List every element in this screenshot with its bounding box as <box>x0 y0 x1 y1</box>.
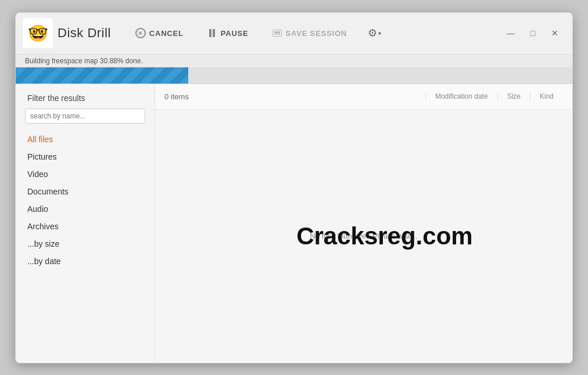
col-kind: Kind <box>530 92 563 100</box>
app-title: Disk Drill <box>58 26 111 41</box>
maximize-button[interactable]: □ <box>522 23 543 44</box>
progress-text: Building freespace map 30.88% done. <box>16 55 572 67</box>
sidebar-item-audio[interactable]: Audio <box>16 200 155 218</box>
main-content: Filter the results All files Pictures Vi… <box>16 84 572 363</box>
items-count: 0 items <box>164 92 211 101</box>
cancel-button[interactable]: ✕ CANCEL <box>125 23 194 43</box>
gear-icon: ⚙ <box>368 27 377 39</box>
settings-button[interactable]: ⚙ ▾ <box>362 22 387 44</box>
sidebar-item-archives[interactable]: Archives <box>16 218 155 235</box>
sidebar-item-all-files[interactable]: All files <box>16 131 155 148</box>
chevron-down-icon: ▾ <box>378 30 381 37</box>
no-files-message: No files found yet. Please wait... <box>310 232 418 240</box>
cancel-icon: ✕ <box>135 28 146 38</box>
sidebar-item-by-size[interactable]: ...by size <box>16 235 155 253</box>
app-logo-icon: 🤓 <box>23 18 53 48</box>
results-body-wrapper: No files found yet. Please wait... Crack… <box>155 110 572 363</box>
save-icon <box>272 28 282 38</box>
titlebar-actions: ✕ CANCEL PAUSE <box>125 22 500 44</box>
filter-title: Filter the results <box>16 93 155 109</box>
save-session-button[interactable]: SAVE SESSION <box>261 23 357 43</box>
app-window: 🤓 Disk Drill ✕ CANCEL PAUSE <box>15 12 573 363</box>
sidebar-item-video[interactable]: Video <box>16 165 155 183</box>
close-button[interactable]: ✕ <box>544 23 565 44</box>
col-modification-date: Modification date <box>425 92 497 100</box>
results-area: 0 items Modification date Size Kind No f… <box>155 84 572 363</box>
sidebar-item-by-date[interactable]: ...by date <box>16 253 155 270</box>
search-input[interactable] <box>25 109 145 124</box>
sidebar-item-documents[interactable]: Documents <box>16 183 155 200</box>
minimize-button[interactable]: — <box>500 23 521 44</box>
progress-bar-fill <box>16 67 188 84</box>
app-logo: 🤓 Disk Drill <box>23 18 111 48</box>
sidebar: Filter the results All files Pictures Vi… <box>16 84 155 363</box>
col-size: Size <box>497 92 530 100</box>
progress-bar-container <box>16 67 572 84</box>
sidebar-item-pictures[interactable]: Pictures <box>16 148 155 165</box>
search-input-wrap <box>16 109 155 131</box>
progress-area: Building freespace map 30.88% done. <box>16 55 572 84</box>
titlebar: 🤓 Disk Drill ✕ CANCEL PAUSE <box>16 13 572 55</box>
logo-emoji: 🤓 <box>28 24 48 43</box>
column-headers: Modification date Size Kind <box>425 92 563 100</box>
sidebar-nav: All files Pictures Video Documents Audio… <box>16 131 155 270</box>
pause-icon <box>207 28 217 38</box>
results-header: 0 items Modification date Size Kind <box>155 84 572 110</box>
window-controls: — □ ✕ <box>500 23 565 44</box>
pause-button[interactable]: PAUSE <box>196 23 259 43</box>
